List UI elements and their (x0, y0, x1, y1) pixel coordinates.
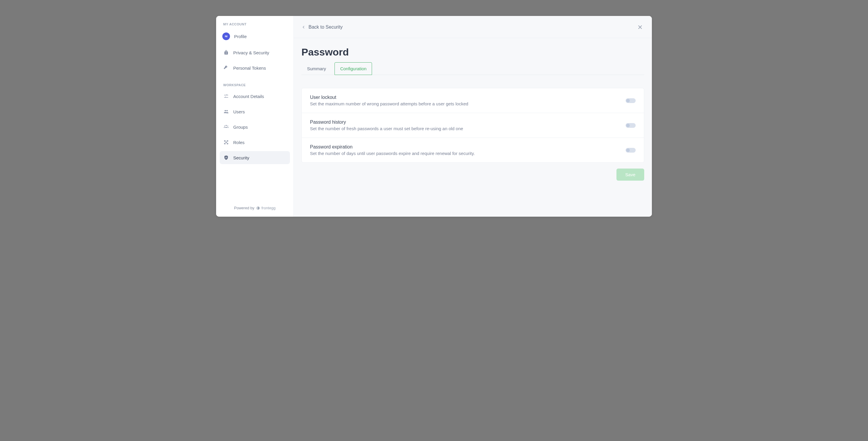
chevron-left-icon (302, 25, 306, 29)
users-icon (223, 108, 229, 115)
page-title: Password (302, 46, 644, 58)
sidebar-item-account-details[interactable]: Account Details (220, 90, 290, 103)
tabs: Summary Configuration (302, 62, 644, 75)
sidebar-item-label: Users (233, 109, 245, 114)
sidebar-item-roles[interactable]: Roles (220, 136, 290, 149)
sidebar-item-privacy[interactable]: Privacy & Security (220, 46, 290, 59)
sidebar-item-label: Privacy & Security (233, 50, 269, 55)
sidebar-item-label: Profile (234, 34, 247, 39)
sidebar-item-users[interactable]: Users (220, 105, 290, 118)
back-link[interactable]: Back to Security (302, 25, 343, 30)
sidebar-item-tokens[interactable]: Personal Tokens (220, 61, 290, 74)
roles-icon (223, 139, 229, 145)
toggle-user-lockout[interactable] (626, 98, 636, 103)
sidebar-section-workspace: WORKSPACE (220, 83, 290, 90)
setting-description: Set the number of days until user passwo… (310, 151, 620, 156)
setting-title: Password history (310, 120, 620, 125)
lock-icon (223, 50, 229, 56)
close-icon (637, 24, 643, 30)
powered-by[interactable]: Powered by frontegg (220, 203, 290, 211)
key-icon (223, 65, 229, 71)
svg-point-0 (226, 142, 227, 143)
tab-summary[interactable]: Summary (302, 62, 332, 75)
main-content: Back to Security Password Summary Config… (294, 16, 652, 217)
sliders-icon (223, 93, 229, 99)
shield-icon (223, 155, 229, 161)
content-area: Password Summary Configuration User lock… (294, 38, 652, 217)
sidebar-item-label: Groups (233, 125, 248, 130)
close-button[interactable] (636, 23, 644, 31)
toggle-password-expiration[interactable] (626, 148, 636, 153)
sidebar-item-groups[interactable]: Groups (220, 120, 290, 133)
frontegg-logo: frontegg (256, 206, 275, 210)
sidebar-item-label: Account Details (233, 94, 264, 99)
setting-password-history: Password history Set the number of fresh… (302, 113, 644, 138)
sidebar-item-profile[interactable]: NI Profile (220, 29, 290, 44)
topbar: Back to Security (294, 16, 652, 38)
tab-configuration[interactable]: Configuration (335, 62, 372, 75)
setting-description: Set the number of fresh passwords a user… (310, 126, 620, 131)
setting-user-lockout: User lockout Set the maximum number of w… (302, 88, 644, 113)
settings-modal: MY ACCOUNT NI Profile Privacy & Security… (216, 16, 652, 217)
avatar: NI (222, 32, 230, 40)
sidebar: MY ACCOUNT NI Profile Privacy & Security… (216, 16, 294, 217)
setting-password-expiration: Password expiration Set the number of da… (302, 138, 644, 162)
settings-list: User lockout Set the maximum number of w… (302, 88, 644, 163)
sidebar-item-label: Roles (233, 140, 244, 145)
toggle-password-history[interactable] (626, 123, 636, 128)
powered-by-label: Powered by (234, 206, 254, 210)
setting-description: Set the maximum number of wrong password… (310, 101, 620, 106)
save-button[interactable]: Save (616, 168, 644, 181)
sidebar-item-label: Security (233, 155, 249, 160)
setting-title: User lockout (310, 95, 620, 100)
sidebar-item-label: Personal Tokens (233, 66, 266, 70)
group-icon (223, 124, 229, 130)
sidebar-section-my-account: MY ACCOUNT (220, 23, 290, 29)
actions-bar: Save (302, 168, 644, 181)
setting-title: Password expiration (310, 144, 620, 150)
sidebar-item-security[interactable]: Security (220, 151, 290, 164)
back-label: Back to Security (309, 25, 343, 30)
